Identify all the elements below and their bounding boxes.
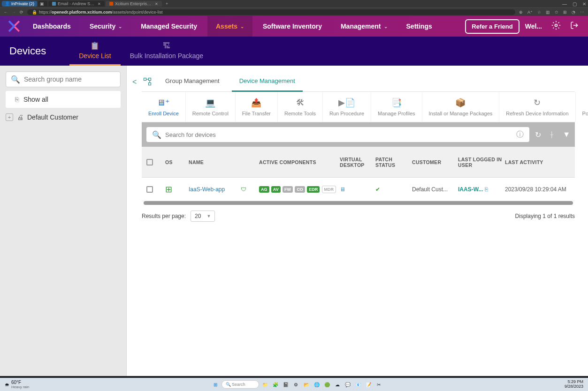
- grid-header: OS NAME ACTIVE COMPONENTS VIRTUAL DESKTO…: [142, 147, 575, 178]
- taskbar-app[interactable]: 🌐: [313, 380, 321, 389]
- welcome-label: Wel...: [521, 16, 546, 37]
- favorites-bar-icon[interactable]: ✩: [555, 10, 558, 15]
- browser-tab[interactable]: ▣: [38, 1, 47, 7]
- col-user[interactable]: LAST LOGGED IN USER: [458, 157, 505, 168]
- split-icon[interactable]: ▥: [546, 10, 550, 15]
- chevron-down-icon: ⌄: [384, 24, 388, 29]
- taskbar-search[interactable]: 🔍 Search: [221, 380, 259, 389]
- refer-friend-button[interactable]: Refer a Friend: [465, 19, 519, 34]
- filter-button[interactable]: ▼: [563, 130, 570, 139]
- subtab-device-list[interactable]: 📋 Device List: [69, 37, 120, 66]
- results-per-page-select[interactable]: 20▼: [191, 211, 215, 222]
- taskbar-clock[interactable]: 5:29 PM 9/28/2023: [565, 380, 583, 389]
- favorite-icon[interactable]: ☆: [537, 10, 541, 15]
- taskbar-app[interactable]: 💬: [344, 380, 352, 389]
- customer-cell: Default Cust...: [412, 186, 458, 193]
- zoom-icon[interactable]: ⊕: [519, 10, 523, 15]
- tab-device-management[interactable]: Device Management: [232, 71, 303, 92]
- close-icon[interactable]: ✕: [155, 2, 158, 6]
- logout-icon[interactable]: [566, 21, 582, 31]
- device-list-icon: 📋: [90, 41, 99, 50]
- taskbar-app[interactable]: ✂: [374, 380, 383, 389]
- app-header: Dashboards Security⌄ Managed Security As…: [0, 16, 588, 37]
- url-input[interactable]: 🔒 https://openedr.platform.xcitium.com/a…: [27, 9, 515, 15]
- xcitium-logo[interactable]: [6, 19, 23, 33]
- more-icon[interactable]: ⋯: [580, 10, 584, 15]
- read-aloud-icon[interactable]: A⁺: [527, 10, 533, 15]
- chevron-down-icon: ⌄: [118, 24, 122, 29]
- close-button[interactable]: ✕: [582, 1, 586, 7]
- nav-forward-button[interactable]: →: [12, 10, 16, 15]
- new-tab-button[interactable]: +: [163, 1, 171, 6]
- nav-settings[interactable]: Settings: [398, 16, 441, 37]
- user-link[interactable]: IAAS-W...: [458, 186, 483, 193]
- col-activity[interactable]: LAST ACTIVITY: [505, 159, 570, 165]
- action-install-packages[interactable]: 📦Install or Manage Packages: [422, 92, 500, 122]
- close-icon[interactable]: ✕: [98, 2, 101, 6]
- taskbar-app[interactable]: 🧩: [271, 380, 280, 389]
- taskbar-app[interactable]: 📂: [302, 380, 311, 389]
- taskbar-app[interactable]: ☁: [333, 380, 342, 389]
- tree-default-customer[interactable]: + 🖨 Default Customer: [6, 111, 121, 124]
- profile-icon[interactable]: ◔: [572, 10, 575, 15]
- clear-filter-button[interactable]: ⟊: [550, 130, 554, 139]
- group-search-input[interactable]: 🔍: [6, 71, 121, 87]
- search-icon: 🔍: [11, 75, 20, 84]
- browser-tab-xcitium[interactable]: Xcitium Enterprise Platform✕: [106, 1, 162, 7]
- action-run-procedure[interactable]: ▶📄Run Procedure: [323, 92, 371, 122]
- show-all-button[interactable]: ⎘ Show all: [6, 91, 121, 108]
- device-search-input[interactable]: 🔍 ⓘ: [146, 127, 529, 142]
- nav-managed-security[interactable]: Managed Security: [132, 16, 206, 37]
- taskbar-app[interactable]: 📝: [364, 380, 373, 389]
- expand-button[interactable]: +: [6, 113, 13, 121]
- info-icon[interactable]: ⓘ: [516, 130, 524, 140]
- action-manage-profiles[interactable]: 📑Manage Profiles: [371, 92, 422, 122]
- minimize-button[interactable]: —: [562, 1, 567, 7]
- col-patch[interactable]: PATCH STATUS: [375, 157, 412, 168]
- nav-back-button[interactable]: ←: [4, 10, 8, 15]
- horizontal-scrollbar[interactable]: [144, 201, 573, 205]
- nav-dashboards[interactable]: Dashboards: [24, 16, 79, 37]
- taskbar-app[interactable]: 📓: [282, 380, 290, 389]
- col-customer[interactable]: CUSTOMER: [412, 159, 458, 165]
- taskbar-app[interactable]: 📁: [261, 380, 269, 389]
- action-refresh-info[interactable]: ↻Refresh Device Information: [499, 92, 575, 122]
- table-row[interactable]: ⊞ IaaS-Web-app 🛡 AG AV FW CO EDR MDR 🖥: [142, 178, 575, 201]
- nav-security[interactable]: Security⌄: [81, 16, 130, 37]
- tab-group-management[interactable]: Group Management: [158, 71, 227, 92]
- start-button[interactable]: ⊞: [211, 380, 220, 389]
- col-components[interactable]: ACTIVE COMPONENTS: [259, 159, 340, 165]
- select-all-checkbox[interactable]: [146, 159, 153, 165]
- col-vdesktop[interactable]: VIRTUAL DESKTOP: [340, 157, 375, 168]
- device-name-link[interactable]: IaaS-Web-app: [189, 186, 225, 193]
- file-transfer-icon: 📤: [251, 98, 261, 108]
- browser-tab-outlook[interactable]: Email - Andrew Smith - Outlook✕: [48, 1, 105, 7]
- action-power-options[interactable]: 🔌Power Options: [576, 92, 588, 122]
- row-checkbox[interactable]: [146, 186, 153, 193]
- collapse-sidebar-button[interactable]: <: [132, 71, 142, 227]
- action-remote-control[interactable]: 💻Remote Control: [186, 92, 236, 122]
- action-file-transfer[interactable]: 📤File Transfer: [236, 92, 278, 122]
- search-icon: 🔍: [152, 130, 161, 139]
- extensions-icon[interactable]: ⊞: [563, 10, 567, 15]
- col-name[interactable]: NAME: [189, 159, 259, 165]
- taskbar-app[interactable]: 📧: [354, 380, 362, 389]
- nav-software-inventory[interactable]: Software Inventory: [254, 16, 330, 37]
- taskbar-app[interactable]: ⚙: [292, 380, 300, 389]
- action-remote-tools[interactable]: 🛠Remote Tools: [278, 92, 323, 122]
- taskbar-app[interactable]: 🟢: [323, 380, 331, 389]
- settings-gear-icon[interactable]: [548, 21, 565, 32]
- windows-taskbar: 🌧 60°F Heavy rain ⊞ 🔍 Search 📁 🧩 📓 ⚙ 📂 🌐…: [0, 378, 588, 391]
- taskbar-weather[interactable]: 🌧 60°F Heavy rain: [5, 380, 29, 389]
- refresh-button[interactable]: ⟳: [20, 10, 23, 15]
- action-enroll-device[interactable]: 🖥⁺Enroll Device: [142, 92, 186, 122]
- nav-management[interactable]: Management⌄: [332, 16, 396, 37]
- maximize-button[interactable]: ▢: [573, 1, 577, 7]
- refresh-grid-button[interactable]: ↻: [535, 130, 541, 139]
- subtab-bulk-install[interactable]: 🏗 Bulk Installation Package: [121, 37, 213, 66]
- page-title: Devices: [9, 45, 46, 57]
- nav-assets[interactable]: Assets⌄: [207, 16, 252, 37]
- results-count-label: Displaying 1 of 1 results: [515, 213, 575, 219]
- badge-ag: AG: [259, 186, 269, 193]
- col-os[interactable]: OS: [165, 159, 189, 165]
